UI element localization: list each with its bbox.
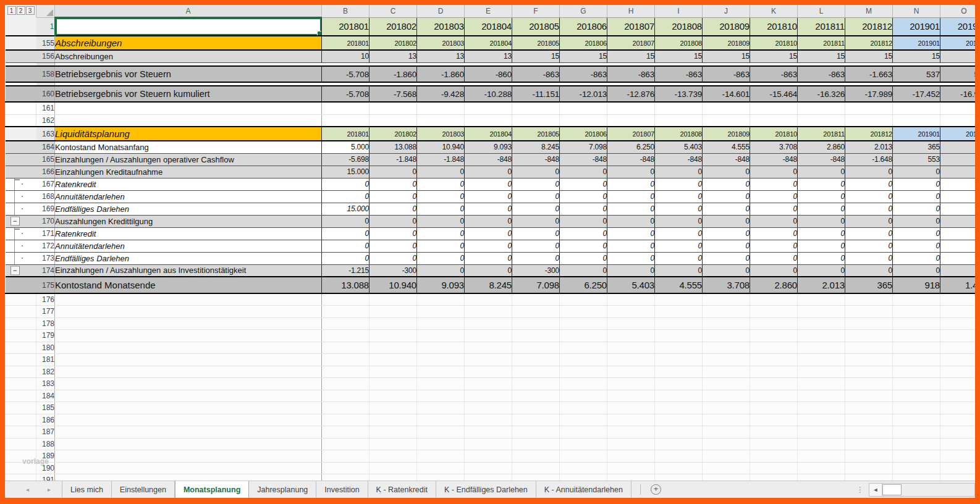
cell-G183[interactable] xyxy=(560,378,607,390)
cell-K186[interactable] xyxy=(750,414,798,426)
row-header-184[interactable]: 184 xyxy=(36,390,55,402)
cell-I170[interactable]: 0 xyxy=(655,215,703,227)
cell-G162[interactable] xyxy=(560,114,607,127)
cell-C172[interactable]: 0 xyxy=(370,240,417,252)
col-header-A[interactable]: A xyxy=(55,5,322,17)
cell-H165[interactable]: -848 xyxy=(607,153,655,166)
row-header-182[interactable]: 182 xyxy=(36,366,55,378)
col-header-B[interactable]: B xyxy=(322,5,370,17)
cell-K175[interactable]: 2.860 xyxy=(750,277,798,293)
cell-H189[interactable] xyxy=(607,450,655,463)
cell-N181[interactable] xyxy=(893,354,940,366)
cell-O189[interactable] xyxy=(940,450,976,463)
cell-K187[interactable] xyxy=(750,426,798,439)
col-header-O[interactable]: O xyxy=(940,5,976,17)
cell-A188[interactable] xyxy=(55,438,322,450)
cell-N158[interactable]: 537 xyxy=(893,66,940,82)
cell-A169[interactable]: Endfälliges Darlehen xyxy=(55,203,322,215)
cell-D177[interactable] xyxy=(417,306,465,318)
cell-F182[interactable] xyxy=(512,366,560,378)
cell-C186[interactable] xyxy=(370,414,417,426)
cell-A189[interactable] xyxy=(55,450,322,463)
cell-E162[interactable] xyxy=(465,114,512,127)
cell-E166[interactable]: 0 xyxy=(465,166,512,178)
cell-L158[interactable]: -863 xyxy=(798,66,845,82)
cell-D182[interactable] xyxy=(417,366,465,378)
cell-N178[interactable] xyxy=(893,317,940,330)
row-header-189[interactable]: 189 xyxy=(36,450,55,463)
cell-O191[interactable] xyxy=(940,474,976,481)
cell-K160[interactable]: -15.464 xyxy=(750,86,798,102)
cell-I173[interactable]: 0 xyxy=(655,252,703,264)
row-header-169[interactable]: 169 xyxy=(36,203,55,215)
row-header-181[interactable]: 181 xyxy=(36,354,55,366)
cell-D165[interactable]: -1.848 xyxy=(417,153,465,166)
cell-M183[interactable] xyxy=(845,378,893,390)
cell-N180[interactable] xyxy=(893,342,940,354)
cell-J177[interactable] xyxy=(703,306,750,318)
cell-L180[interactable] xyxy=(798,342,845,354)
cell-L177[interactable] xyxy=(798,306,845,318)
cell-A175[interactable]: Kontostand Monatsende xyxy=(55,277,322,293)
cell-A191[interactable] xyxy=(55,474,322,481)
cell-K171[interactable]: 0 xyxy=(750,227,798,240)
cell-H191[interactable] xyxy=(607,474,655,481)
row-header-167[interactable]: 167 xyxy=(36,178,55,190)
cell-C155[interactable]: 201802 xyxy=(370,36,417,50)
cell-B183[interactable] xyxy=(322,378,370,390)
cell-J184[interactable] xyxy=(703,390,750,402)
cell-C166[interactable]: 0 xyxy=(370,166,417,178)
cell-A177[interactable] xyxy=(55,306,322,318)
cell-F178[interactable] xyxy=(512,317,560,330)
cell-J170[interactable]: 0 xyxy=(703,215,750,227)
cell-O182[interactable] xyxy=(940,366,976,378)
cell-E188[interactable] xyxy=(465,438,512,450)
cell-B181[interactable] xyxy=(322,354,370,366)
col-header-H[interactable]: H xyxy=(607,5,655,17)
row-header-177[interactable]: 177 xyxy=(36,306,55,318)
new-sheet-button[interactable]: + xyxy=(651,484,661,495)
cell-F156[interactable]: 15 xyxy=(512,50,560,62)
cell-F168[interactable]: 0 xyxy=(512,190,560,203)
cell-O185[interactable] xyxy=(940,402,976,414)
cell-K188[interactable] xyxy=(750,438,798,450)
cell-B165[interactable]: -5.698 xyxy=(322,153,370,166)
col-header-I[interactable]: I xyxy=(655,5,703,17)
cell-M178[interactable] xyxy=(845,317,893,330)
cell-B160[interactable]: -5.708 xyxy=(322,86,370,102)
cell-A172[interactable]: Annuitätendarlehen xyxy=(55,240,322,252)
cell-F176[interactable] xyxy=(512,293,560,306)
cell-J163[interactable]: 201809 xyxy=(703,127,750,141)
cell-D162[interactable] xyxy=(417,114,465,127)
cell-G187[interactable] xyxy=(560,426,607,439)
cell-B155[interactable]: 201801 xyxy=(322,36,370,50)
cell-K165[interactable]: -848 xyxy=(750,153,798,166)
cell-C171[interactable]: 0 xyxy=(370,227,417,240)
cell-A164[interactable]: Kontostand Monatsanfang xyxy=(55,141,322,153)
cell-D164[interactable]: 10.940 xyxy=(417,141,465,153)
cell-A174[interactable]: Einzahlungen / Auszahlungen aus Investit… xyxy=(55,264,322,277)
cell-B185[interactable] xyxy=(322,402,370,414)
cell-K163[interactable]: 201810 xyxy=(750,127,798,141)
cell-J164[interactable]: 4.555 xyxy=(703,141,750,153)
cell-G178[interactable] xyxy=(560,317,607,330)
cell-M165[interactable]: -1.648 xyxy=(845,153,893,166)
cell-I162[interactable] xyxy=(655,114,703,127)
cell-F170[interactable]: 0 xyxy=(512,215,560,227)
cell-D158[interactable]: -1.860 xyxy=(417,66,465,82)
cell-H176[interactable] xyxy=(607,293,655,306)
cell-G174[interactable]: 0 xyxy=(560,264,607,277)
cell-N162[interactable] xyxy=(893,114,940,127)
cell-E179[interactable] xyxy=(465,330,512,342)
cell-C185[interactable] xyxy=(370,402,417,414)
row-header-183[interactable]: 183 xyxy=(36,378,55,390)
cell-G156[interactable]: 15 xyxy=(560,50,607,62)
cell-H177[interactable] xyxy=(607,306,655,318)
cell-K156[interactable]: 15 xyxy=(750,50,798,62)
cell-O175[interactable]: 1.470 xyxy=(940,277,976,293)
cell-F189[interactable] xyxy=(512,450,560,463)
cell-G191[interactable] xyxy=(560,474,607,481)
cell-D168[interactable]: 0 xyxy=(417,190,465,203)
cell-B188[interactable] xyxy=(322,438,370,450)
cell-H1[interactable]: 201807 xyxy=(607,17,655,36)
